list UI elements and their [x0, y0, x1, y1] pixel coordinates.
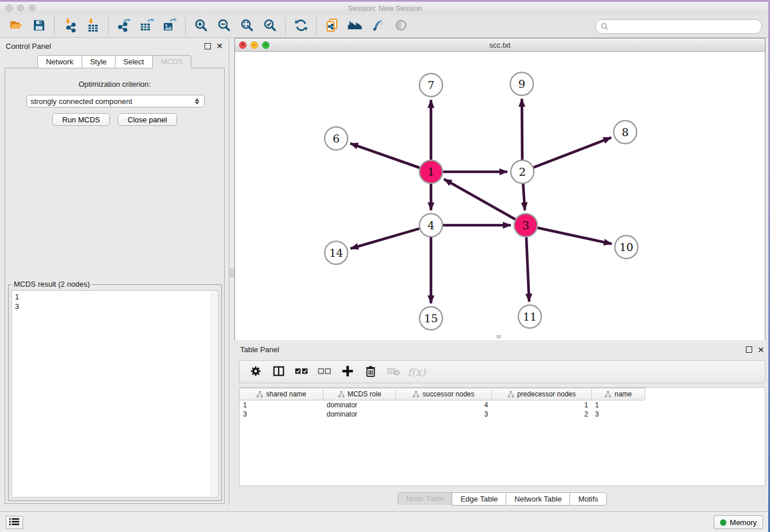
float-panel-icon[interactable]	[205, 43, 211, 49]
close-panel-icon[interactable]: ✕	[216, 42, 223, 50]
import-network-button[interactable]	[59, 16, 82, 36]
minimize-window-button[interactable]	[17, 5, 24, 11]
graph-node-14[interactable]: 14	[325, 241, 348, 264]
table-cell[interactable]: dominator	[324, 400, 396, 410]
graph-edge-3-11[interactable]	[526, 237, 529, 302]
zoom-in-button[interactable]	[190, 16, 213, 36]
delete-column-button[interactable]	[360, 363, 381, 381]
select-all-columns-button[interactable]	[291, 363, 312, 381]
graph-edge-2-8[interactable]	[534, 137, 611, 167]
tab-node-table[interactable]: Node Table	[398, 492, 453, 506]
network-canvas[interactable]: 7968124314101511	[235, 52, 765, 340]
canvas-resize-handle[interactable]	[496, 335, 501, 338]
search-field[interactable]	[595, 19, 762, 34]
table-settings-button[interactable]	[245, 363, 266, 381]
graph-node-10[interactable]: 10	[615, 236, 638, 259]
table-cell[interactable]: 1	[592, 400, 645, 410]
tab-mcds[interactable]: MCDS	[152, 55, 191, 68]
graph-node-9[interactable]: 9	[510, 72, 533, 95]
column-header-successor-nodes[interactable]: successor nodes	[396, 388, 492, 400]
tab-network[interactable]: Network	[37, 55, 82, 68]
zoom-fit-button[interactable]	[236, 16, 259, 36]
splitter-handle[interactable]	[230, 269, 234, 277]
column-header-name[interactable]: name	[592, 388, 645, 400]
column-header-predecessor-nodes[interactable]: predecessor nodes	[492, 388, 592, 400]
graph-edge-3-10[interactable]	[538, 228, 612, 244]
save-session-button[interactable]	[28, 16, 51, 36]
graph-node-6[interactable]: 6	[325, 127, 348, 150]
add-column-button[interactable]	[337, 363, 358, 381]
table-body: 1dominator4113dominator323	[240, 400, 645, 419]
graph-edge-2-9[interactable]	[522, 99, 522, 160]
unchecked-boxes-icon	[318, 365, 332, 379]
table-row[interactable]: 3dominator323	[240, 410, 645, 419]
close-panel-button[interactable]: Close panel	[118, 113, 177, 126]
mcds-result-box: 13	[11, 290, 218, 498]
zoom-window-button[interactable]	[29, 5, 36, 11]
zoom-selected-button[interactable]	[259, 16, 282, 36]
column-header-MCDS-role[interactable]: MCDS role	[324, 388, 396, 400]
control-panel-title: Control Panel	[6, 42, 205, 51]
toolbar-separator	[108, 17, 109, 34]
tab-motifs[interactable]: Motifs	[569, 492, 607, 506]
table-cell[interactable]: 2	[492, 410, 592, 419]
tab-style[interactable]: Style	[82, 55, 116, 68]
graph-edge-2-3[interactable]	[523, 184, 525, 210]
open-session-button[interactable]	[5, 16, 28, 36]
graph-node-7[interactable]: 7	[419, 74, 442, 97]
criterion-select[interactable]: strongly connected component	[26, 95, 205, 107]
graph-node-3[interactable]: 3	[514, 214, 537, 237]
close-table-panel-icon[interactable]: ✕	[757, 346, 764, 354]
split-column-button[interactable]	[268, 363, 289, 381]
table-cell[interactable]: dominator	[324, 410, 396, 419]
graph-edge-1-6[interactable]	[351, 144, 420, 168]
network-window-titlebar[interactable]: ✕ − + scc.txt	[235, 38, 765, 52]
clone-network-button[interactable]	[321, 16, 344, 36]
style-preview-button[interactable]	[367, 16, 390, 36]
table-cell[interactable]: 3	[240, 410, 324, 419]
graph-node-15[interactable]: 15	[419, 307, 442, 330]
mcds-result-scrollbar[interactable]	[211, 291, 218, 497]
graph-edge-3-1[interactable]	[444, 179, 515, 219]
home-icon	[347, 18, 363, 34]
export-table-button[interactable]	[136, 16, 159, 36]
deselect-all-columns-button[interactable]	[314, 363, 335, 381]
table-cell[interactable]: 1	[492, 400, 592, 410]
graph-node-4[interactable]: 4	[419, 214, 442, 237]
refresh-view-button[interactable]	[290, 16, 313, 36]
table-cell[interactable]: 3	[592, 410, 645, 419]
table-toolbar: f(x)	[239, 360, 765, 383]
table-cell[interactable]: 1	[240, 400, 324, 410]
show-hide-graphics-button[interactable]	[390, 16, 413, 36]
table-cell[interactable]: 4	[396, 400, 492, 410]
run-mcds-button[interactable]: Run MCDS	[52, 113, 110, 126]
close-window-button[interactable]	[6, 5, 13, 11]
export-network-button[interactable]	[113, 16, 136, 36]
graph-node-1[interactable]: 1	[419, 160, 442, 183]
memory-button[interactable]: Memory	[714, 515, 763, 529]
apply-function-button[interactable]: f(x)	[406, 363, 427, 381]
zoom-out-button[interactable]	[213, 16, 236, 36]
delete-table-button[interactable]	[383, 363, 404, 381]
search-icon	[600, 22, 609, 30]
graph-node-11[interactable]: 11	[518, 305, 541, 328]
tab-network-table[interactable]: Network Table	[506, 492, 570, 506]
tab-select[interactable]: Select	[115, 55, 153, 68]
graph-edge-4-14[interactable]	[351, 229, 419, 249]
graph-node-8[interactable]: 8	[614, 121, 637, 144]
tab-edge-table[interactable]: Edge Table	[452, 492, 506, 506]
import-table-button[interactable]	[82, 16, 105, 36]
first-neighbors-button[interactable]	[344, 16, 367, 36]
export-image-icon	[163, 18, 178, 34]
show-task-history-button[interactable]	[6, 516, 23, 529]
svg-text:8: 8	[622, 126, 629, 138]
table-row[interactable]: 1dominator411	[240, 400, 645, 410]
graph-node-2[interactable]: 2	[511, 160, 534, 183]
import-network-icon	[63, 18, 78, 34]
float-table-panel-icon[interactable]	[746, 346, 752, 353]
search-input[interactable]	[611, 21, 761, 32]
export-image-button[interactable]	[159, 16, 182, 36]
column-header-shared-name[interactable]: shared name	[240, 388, 324, 400]
table-cell[interactable]: 3	[396, 410, 492, 419]
desktop-edge-top	[0, 0, 770, 2]
